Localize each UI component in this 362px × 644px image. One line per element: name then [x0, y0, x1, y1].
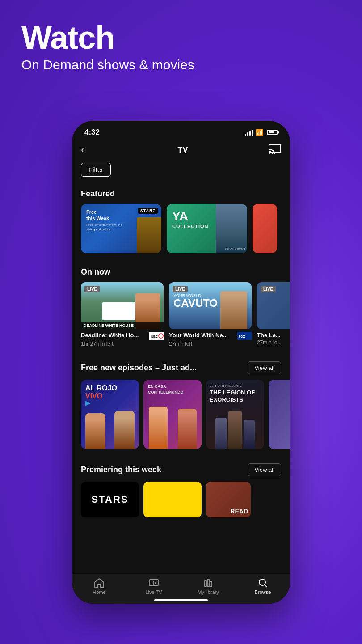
partial-time: 27min le... [257, 339, 290, 346]
on-now-section: On now DEADLINE WHITE HOUSE LIVE [72, 260, 290, 354]
nav-bar: ‹ TV [72, 140, 290, 161]
featured-header: Featured [72, 182, 290, 204]
nav-item-live-tv[interactable]: Live TV [126, 578, 181, 595]
premiering-card-read[interactable]: READ [206, 482, 251, 517]
en-casa-person-1 [149, 407, 168, 449]
anchor-person-1 [85, 413, 105, 449]
featured-card-starz[interactable]: Free this Week Free entertainment, no st… [81, 204, 161, 253]
nav-label-browse: Browse [255, 589, 271, 595]
hero-title: Watch [21, 21, 194, 54]
page-title: TV [97, 145, 269, 155]
premiering-view-all[interactable]: View all [248, 463, 281, 476]
scroll-content[interactable]: Featured Free this Week Free entertainme… [72, 182, 290, 585]
on-now-card-cavuto[interactable]: YOUR WORLD CAVUTO LIVE Your World With N… [169, 282, 252, 347]
free-ep-card-en-casa[interactable]: EN CASA CON TELEMUNDO [143, 380, 202, 449]
on-now-title: On now [81, 267, 110, 277]
live-tv-icon [148, 578, 159, 588]
phone-screen: 4:32 📶 ‹ TV [72, 121, 290, 604]
svg-point-14 [259, 579, 265, 585]
featured-section: Featured Free this Week Free entertainme… [72, 182, 290, 260]
svg-rect-12 [207, 579, 209, 587]
en-casa-logo: EN CASA CON TELEMUNDO [148, 384, 197, 395]
browse-icon [257, 578, 268, 588]
stars-text: STARS [92, 494, 129, 505]
free-episodes-scroll: AL ROJO VIVO ▶ [72, 380, 290, 449]
featured-title: Featured [81, 189, 115, 199]
home-swipe-bar [154, 599, 208, 601]
svg-rect-11 [205, 580, 206, 587]
on-now-card-partial: LIVE The Le... 27min le... [257, 282, 290, 347]
cast-icon [269, 144, 281, 154]
premiering-card-yellow[interactable] [143, 482, 202, 517]
hero-section: Watch On Demand shows & movies [21, 21, 194, 72]
cast-button[interactable] [269, 144, 281, 156]
free-ep-card-legion[interactable]: ELI ROTH PRESENTS THE LEGION OF EXORCIST… [206, 380, 264, 449]
cavuto-time: 27min left [169, 341, 252, 347]
free-episodes-title: Free new episodes – Just ad... [81, 363, 197, 373]
free-episodes-section: Free new episodes – Just ad... View all … [72, 354, 290, 456]
on-now-scroll: DEADLINE WHITE HOUSE LIVE Deadline: Whit… [72, 282, 290, 347]
wifi-icon: 📶 [256, 129, 263, 136]
premiering-title: Premiering this week [81, 465, 161, 475]
svg-point-1 [269, 153, 270, 154]
hero-subtitle: On Demand shows & movies [21, 57, 194, 72]
cruel-summer-image: Cruel Summer [216, 204, 247, 253]
starz-logo: STARZ [138, 208, 158, 214]
svg-text:NBC: NBC [151, 335, 158, 338]
fox-logo: FOX [237, 332, 252, 340]
partial-title: The Le... [257, 332, 290, 339]
nav-label-live-tv: Live TV [145, 589, 162, 595]
cavuto-person [220, 291, 247, 329]
starz-description: Free entertainment, no strings attached [86, 223, 124, 232]
battery-icon [267, 130, 278, 135]
live-badge-partial: LIVE [261, 286, 276, 292]
cruel-summer-label: Cruel Summer [225, 247, 245, 250]
library-icon [203, 578, 214, 588]
deadline-bar: DEADLINE WHITE HOUSE [81, 322, 164, 329]
status-bar: 4:32 📶 [72, 121, 290, 140]
svg-rect-13 [210, 581, 212, 587]
svg-line-15 [265, 585, 267, 587]
free-ep-card-al-rojo[interactable]: AL ROJO VIVO ▶ [81, 380, 139, 449]
status-time: 4:32 [84, 128, 100, 137]
nav-item-library[interactable]: My library [181, 578, 236, 595]
free-episodes-view-all[interactable]: View all [248, 361, 281, 374]
on-now-header: On now [72, 260, 290, 282]
phone-device: 4:32 📶 ‹ TV [72, 121, 290, 604]
signal-icon [245, 129, 253, 136]
on-now-card-deadline[interactable]: DEADLINE WHITE HOUSE LIVE Deadline: Whit… [81, 282, 164, 347]
live-badge-deadline: LIVE [84, 286, 100, 292]
nav-item-home[interactable]: Home [72, 578, 126, 595]
premiering-header: Premiering this week View all [72, 456, 290, 482]
featured-scroll: Free this Week Free entertainment, no st… [72, 204, 290, 253]
cavuto-title: Your World With Ne... [169, 332, 235, 339]
back-button[interactable]: ‹ [81, 144, 97, 156]
en-casa-person-2 [178, 409, 197, 449]
deadline-title: Deadline: White Ho... [81, 332, 147, 339]
al-rojo-logo: AL ROJO VIVO ▶ [85, 384, 135, 407]
home-icon [94, 578, 105, 588]
svg-text:FOX: FOX [239, 335, 245, 338]
premiering-scroll: STARS READ [72, 482, 290, 517]
featured-card-ya[interactable]: YA collection Cruel Summer [167, 204, 247, 253]
outlander-image [137, 217, 161, 253]
read-text: READ [230, 508, 248, 515]
nav-label-library: My library [198, 589, 219, 595]
nav-item-browse[interactable]: Browse [236, 578, 290, 595]
deadline-time: 1hr 27min left [81, 341, 164, 347]
filter-row: Filter [72, 161, 290, 182]
premiering-card-stars[interactable]: STARS [81, 482, 139, 517]
cavuto-thumbnail: YOUR WORLD CAVUTO LIVE [169, 282, 252, 329]
free-ep-card-partial [269, 380, 290, 449]
featured-card-partial [253, 204, 277, 253]
legion-title: THE LEGION OF EXORCISTS [210, 389, 261, 403]
eli-roth-text: ELI ROTH PRESENTS [210, 384, 261, 387]
nav-label-home: Home [93, 589, 105, 595]
status-icons: 📶 [245, 129, 278, 136]
anchor-person-2 [114, 411, 135, 449]
scroll-padding [72, 525, 290, 569]
live-badge-cavuto: LIVE [173, 286, 188, 292]
free-episodes-header: Free new episodes – Just ad... View all [72, 354, 290, 380]
filter-button[interactable]: Filter [81, 163, 111, 177]
deadline-thumbnail: DEADLINE WHITE HOUSE LIVE [81, 282, 164, 329]
